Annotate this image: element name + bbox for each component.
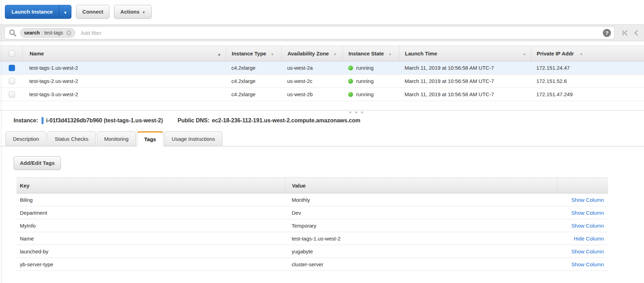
instance-state-label: running [356,65,374,71]
hide-column-link[interactable]: Hide Column [574,236,604,242]
tag-row: Department Dev Show Column [16,206,608,219]
add-edit-tags-button[interactable]: Add/Edit Tags [14,156,61,170]
add-filter-input[interactable] [80,30,603,36]
select-all-checkbox[interactable] [9,51,15,57]
sort-ascending-icon [217,51,221,56]
column-header-availability-zone-label: Availability Zone [288,51,329,56]
instance-row[interactable]: test-tags-2.us-west-2 c4.2xlarge us-west… [0,75,644,88]
row-checkbox[interactable] [9,65,15,71]
search-icon [9,29,17,37]
instance-label: Instance: [14,117,38,124]
chevron-down-icon [384,51,392,56]
public-dns-label: Public DNS: [177,117,209,124]
tag-row: Biling Monthly Show Column [16,193,608,206]
tags-key-header: Key [16,178,285,193]
show-column-link[interactable]: Show Column [572,197,604,203]
search-filter-field[interactable]: search : test-tags ? [4,26,615,39]
chevron-down-icon [329,51,337,56]
tab-tags[interactable]: Tags [137,131,163,146]
column-header-launch-time-label: Launch Time [405,51,437,56]
availability-zone: us-west-2b [282,88,343,101]
column-header-launch-time[interactable]: Launch Time [399,46,531,61]
instance-state-label: running [356,91,374,97]
tab-monitoring[interactable]: Monitoring [97,131,136,146]
instance-type: c4.2xlarge [226,61,282,74]
tag-value: Dev [285,206,557,219]
connect-button[interactable]: Connect [76,5,109,19]
column-header-instance-state[interactable]: Instance State [343,46,399,61]
tab-status-checks[interactable]: Status Checks [47,131,96,146]
help-icon[interactable]: ? [603,29,611,37]
column-header-name[interactable]: Name [22,46,226,61]
instance-name: test-tags-1.us-west-2 [22,61,226,74]
column-header-availability-zone[interactable]: Availability Zone [282,46,343,61]
private-ip: 172.151.24.47 [531,61,644,74]
instance-id: i-01f3d41326db7b960 (test-tags-1.us-west… [46,117,163,124]
first-page-icon[interactable] [622,30,628,36]
show-column-link[interactable]: Show Column [572,248,604,254]
instance-name: test-tags-3.us-west-2 [22,88,226,101]
filter-pill-key: search [24,30,40,36]
instances-table-header: Name Instance Type Availability Zone Ins… [0,46,644,61]
private-ip: 172.151.52.6 [531,75,644,87]
show-column-link[interactable]: Show Column [572,210,604,216]
running-status-icon [348,92,353,97]
tag-row: launched-by yugabyte Show Column [16,245,608,258]
tag-key: launched-by [16,245,285,258]
row-checkbox[interactable] [9,91,15,98]
remove-filter-icon[interactable] [66,30,71,36]
tag-row: MyInfo Temporary Show Column [16,219,608,232]
chevron-down-icon [575,51,583,56]
public-dns-value: ec2-18-236-112-191.us-west-2.compute.ama… [212,117,360,124]
chevron-down-icon [139,9,145,15]
tags-action-header [557,178,608,193]
tag-value: yugabyte [285,245,557,258]
column-header-private-ip[interactable]: Private IP Addr [531,46,644,61]
launch-time: March 11, 2019 at 10:56:58 AM UTC-7 [399,88,531,101]
splitter-drag-handle-icon[interactable] [349,112,363,113]
instance-state: running [343,88,399,101]
search-filter-pill[interactable]: search : test-tags [20,28,75,38]
row-checkbox[interactable] [9,78,15,84]
column-header-name-label: Name [30,51,44,56]
filter-bar: search : test-tags ? [0,24,644,41]
instance-row[interactable]: test-tags-3.us-west-2 c4.2xlarge us-west… [0,88,644,101]
availability-zone: us-west-2a [282,61,343,74]
show-column-link[interactable]: Show Column [572,223,604,229]
actions-button[interactable]: Actions [114,5,152,19]
filter-pill-value: test-tags [44,30,63,36]
instance-type: c4.2xlarge [226,75,282,87]
instance-state: running [343,75,399,87]
tags-value-header: Value [285,178,557,193]
availability-zone: us-west-2c [282,75,343,87]
actions-button-label: Actions [120,9,139,15]
chevron-down-icon [266,51,274,56]
tab-usage-instructions[interactable]: Usage Instructions [164,131,222,146]
public-dns-group: Public DNS: ec2-18-236-112-191.us-west-2… [177,117,360,124]
previous-page-icon[interactable] [634,30,638,36]
tag-key: MyInfo [16,219,285,232]
column-header-private-ip-label: Private IP Addr [537,51,574,56]
tab-description[interactable]: Description [6,131,46,146]
show-column-link[interactable]: Show Column [572,261,604,267]
detail-tabs: Description Status Checks Monitoring Tag… [0,131,644,146]
tag-key: Department [16,206,285,219]
instance-detail-header: Instance: i-01f3d41326db7b960 (test-tags… [0,114,644,124]
selection-color-bar [41,117,44,124]
launch-instance-dropdown-button[interactable] [59,5,71,19]
column-header-instance-type-label: Instance Type [232,51,266,56]
launch-instance-split-button: Launch Instance [5,5,71,19]
tags-table: Key Value Biling Monthly Show Column Dep… [16,177,608,271]
tag-key: yb-server-type [16,258,285,270]
column-header-instance-type[interactable]: Instance Type [226,46,282,61]
instance-name: test-tags-2.us-west-2 [22,75,226,87]
instance-row[interactable]: test-tags-1.us-west-2 c4.2xlarge us-west… [0,61,644,75]
tag-row: Name test-tags-1.us-west-2 Hide Column [16,232,608,245]
tags-panel: Add/Edit Tags Key Value Biling Monthly S… [0,146,644,271]
tag-key: Biling [16,193,285,206]
instances-table: Name Instance Type Availability Zone Ins… [0,46,644,101]
running-status-icon [348,79,353,84]
tag-value: cluster-server [285,258,557,270]
tags-table-header: Key Value [16,177,608,193]
launch-instance-button[interactable]: Launch Instance [5,5,59,19]
